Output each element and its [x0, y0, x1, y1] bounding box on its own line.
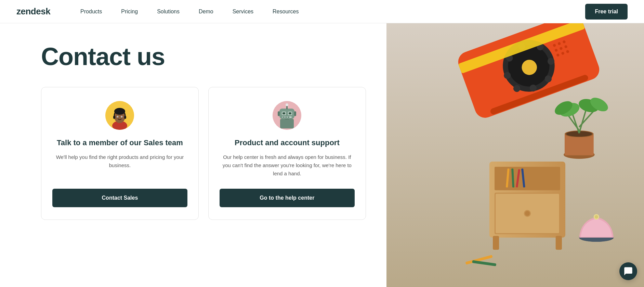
nav-item-demo[interactable]: Demo — [189, 0, 223, 23]
site-header: zendesk Products Pricing Solutions Demo … — [0, 0, 644, 23]
contact-sales-button[interactable]: Contact Sales — [52, 189, 187, 207]
cards-row: Talk to a member of our Sales team We'll… — [41, 87, 366, 220]
svg-rect-23 — [285, 117, 287, 117]
nav-item-products[interactable]: Products — [71, 0, 111, 23]
svg-rect-25 — [278, 111, 280, 116]
nav-item-services[interactable]: Services — [223, 0, 263, 23]
page-title: Contact us — [41, 44, 366, 70]
svg-rect-26 — [294, 111, 296, 116]
support-card-desc: Our help center is fresh and always open… — [220, 153, 355, 178]
svg-rect-56 — [495, 167, 560, 190]
svg-point-55 — [525, 211, 530, 216]
main-content: Contact us — [0, 23, 644, 287]
nav-item-solutions[interactable]: Solutions — [147, 0, 189, 23]
svg-point-16 — [286, 103, 288, 106]
chat-widget[interactable] — [619, 262, 637, 280]
sales-avatar — [105, 101, 134, 130]
svg-point-78 — [595, 215, 598, 219]
site-logo[interactable]: zendesk — [16, 6, 50, 17]
chat-icon — [623, 266, 633, 276]
svg-rect-20 — [289, 112, 291, 114]
svg-rect-61 — [493, 236, 499, 250]
sales-card-title: Talk to a member of our Sales team — [57, 138, 183, 148]
svg-rect-24 — [288, 117, 289, 117]
sales-card: Talk to a member of our Sales team We'll… — [41, 87, 199, 220]
support-avatar — [273, 101, 301, 130]
support-card-title: Product and account support — [235, 138, 340, 148]
svg-rect-10 — [124, 116, 126, 119]
svg-point-8 — [122, 116, 122, 117]
svg-rect-19 — [282, 112, 285, 114]
support-card: Product and account support Our help cen… — [208, 87, 366, 220]
svg-rect-22 — [283, 117, 285, 117]
main-nav: Products Pricing Solutions Demo Services… — [71, 0, 585, 23]
svg-rect-9 — [113, 116, 115, 119]
nav-item-pricing[interactable]: Pricing — [111, 0, 147, 23]
right-panel — [386, 23, 644, 287]
svg-rect-62 — [555, 236, 562, 250]
help-center-button[interactable]: Go to the help center — [220, 189, 355, 207]
free-trial-button[interactable]: Free trial — [585, 4, 628, 20]
svg-point-7 — [118, 116, 118, 117]
sales-card-desc: We'll help you find the right products a… — [52, 153, 187, 178]
svg-rect-12 — [280, 119, 294, 128]
nav-item-resources[interactable]: Resources — [263, 0, 308, 23]
left-panel: Contact us — [0, 23, 386, 287]
